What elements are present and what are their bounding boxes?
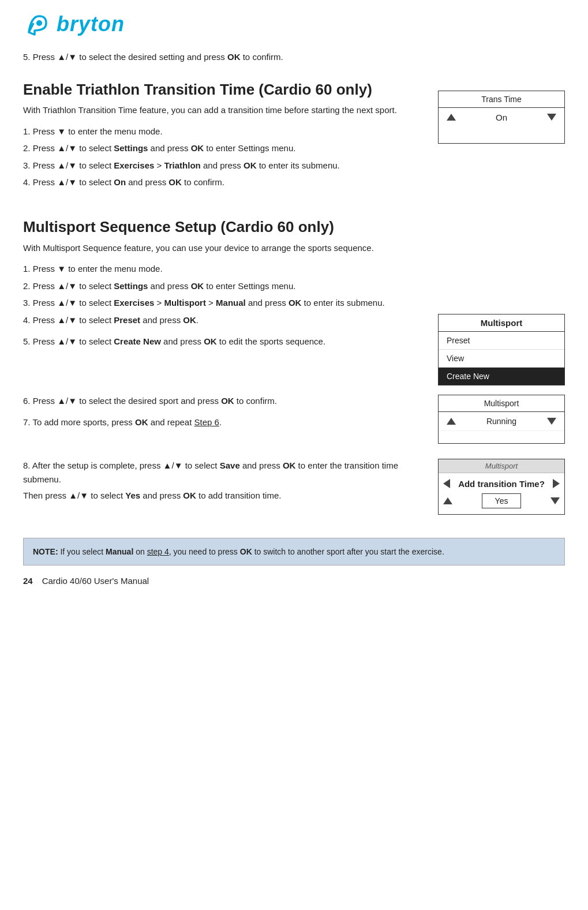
section2-step3: 3. Press ▲/▼ to select Exercises > Multi… (23, 297, 565, 310)
transition-yes-row: Yes (439, 491, 564, 514)
trans-time-arrow-up-icon (447, 114, 456, 121)
running-arrow-down-icon (547, 418, 556, 425)
step1-text: 1. Press ▼ to enter the menu mode. (23, 125, 428, 138)
multisport-menu-box: Multisport Preset View Create New (438, 314, 565, 385)
s2-step6-text: 6. Press ▲/▼ to select the desired sport… (23, 395, 428, 408)
section1: Enable Triathlon Transition Time (Cardio… (23, 80, 565, 193)
transition-arrow-left-icon (443, 479, 450, 488)
running-arrow-up-icon (447, 418, 456, 425)
section2-step6: 6. Press ▲/▼ to select the desired sport… (23, 395, 428, 408)
step4-text: 4. Press ▲/▼ to select On and press OK t… (23, 176, 565, 189)
svg-point-1 (36, 20, 42, 26)
running-box-row: Running (439, 412, 564, 430)
transition-box-header: Multisport (439, 459, 564, 473)
device-box-trans-time: Trans Time On (438, 91, 565, 144)
transition-box-main: Add transition Time? (439, 473, 564, 491)
transition-yes-arrow-down-icon (550, 497, 560, 504)
page: bryton 5. Press ▲/▼ to select the desire… (0, 0, 588, 910)
s2-step4-text: 4. Press ▲/▼ to select Preset and press … (23, 314, 428, 327)
multisport-menu-create-new: Create New (439, 368, 564, 385)
transition-yes-label: Yes (482, 493, 522, 508)
transition-question: Add transition Time? (450, 479, 553, 489)
bryton-logo-icon (23, 10, 51, 38)
section1-step2: 2. Press ▲/▼ to select Settings and pres… (23, 142, 428, 155)
device-box-empty-row (439, 127, 564, 143)
transition-yes-arrow-up-icon (443, 497, 452, 504)
intro-ok: OK (227, 52, 241, 62)
section2-desc: With Multisport Sequence feature, you ca… (23, 242, 565, 255)
intro-step: 5. Press ▲/▼ to select the desired setti… (23, 51, 565, 64)
section2-step1: 1. Press ▼ to enter the menu mode. (23, 263, 565, 276)
step-8-area: Multisport Add transition Time? Yes (23, 459, 565, 520)
s2-step5-text: 5. Press ▲/▼ to select Create New and pr… (23, 335, 428, 349)
multisport-menu-screen: Multisport Preset View Create New (438, 314, 565, 385)
section2-step4: 4. Press ▲/▼ to select Preset and press … (23, 314, 428, 327)
multisport-menu-header: Multisport (439, 314, 564, 332)
device-box-trans-time-header: Trans Time (439, 91, 564, 108)
transition-box: Multisport Add transition Time? Yes (438, 459, 565, 515)
note-box: NOTE: If you select Manual on step 4, yo… (23, 538, 565, 566)
section2-steps: 1. Press ▼ to enter the menu mode. 2. Pr… (23, 263, 565, 520)
section2: Multisport Sequence Setup (Cardio 60 onl… (23, 218, 565, 524)
steps-6-7-area: Multisport Running 6. Press ▲/▼ to selec… (23, 395, 565, 450)
section2-step5: 5. Press ▲/▼ to select Create New and pr… (23, 335, 428, 349)
note-text: If you select Manual on step 4, you need… (60, 547, 444, 556)
section1-step1: 1. Press ▼ to enter the menu mode. (23, 125, 428, 138)
section2-step2: 2. Press ▲/▼ to select Settings and pres… (23, 280, 565, 293)
steps-4-5-area: Multisport Preset View Create New 4. Pre… (23, 314, 565, 391)
running-screen: Multisport Running (438, 395, 565, 444)
section1-step4: 4. Press ▲/▼ to select On and press OK t… (23, 176, 565, 189)
trans-time-screen: Trans Time On (438, 91, 565, 144)
add-transition-screen: Multisport Add transition Time? Yes (438, 459, 565, 515)
running-value: Running (486, 417, 516, 426)
trans-time-value: On (496, 113, 507, 122)
s2-step8-line1: 8. After the setup is complete, press ▲/… (23, 459, 428, 486)
step3-text: 3. Press ▲/▼ to select Exercises > Triat… (23, 159, 565, 173)
footer-page-num: 24 (23, 576, 33, 586)
step2-text: 2. Press ▲/▼ to select Settings and pres… (23, 142, 428, 155)
intro-step-text: 5. Press ▲/▼ to select the desired setti… (23, 52, 283, 62)
logo-area: bryton (23, 10, 565, 38)
section1-step3: 3. Press ▲/▼ to select Exercises > Triat… (23, 159, 565, 173)
section2-step7: 7. To add more sports, press OK and repe… (23, 416, 428, 429)
s2-step2-text: 2. Press ▲/▼ to select Settings and pres… (23, 280, 565, 293)
running-box: Multisport Running (438, 395, 565, 444)
section2-heading: Multisport Sequence Setup (Cardio 60 onl… (23, 218, 565, 237)
footer-title: Cardio 40/60 User's Manual (42, 576, 149, 586)
section2-step8: 8. After the setup is complete, press ▲/… (23, 459, 428, 503)
s2-step1-text: 1. Press ▼ to enter the menu mode. (23, 263, 565, 276)
multisport-menu-view: View (439, 350, 564, 368)
s2-step7-text: 7. To add more sports, press OK and repe… (23, 416, 428, 429)
running-box-header: Multisport (439, 395, 564, 412)
s2-step3-text: 3. Press ▲/▼ to select Exercises > Multi… (23, 297, 565, 310)
transition-arrow-right-icon (553, 479, 560, 488)
running-box-footer (439, 430, 564, 443)
multisport-menu-preset: Preset (439, 332, 564, 350)
footer: 24 Cardio 40/60 User's Manual (23, 576, 565, 586)
trans-time-arrow-down-icon (547, 114, 556, 121)
device-box-trans-time-row: On (439, 108, 564, 127)
brand-name: bryton (57, 12, 125, 36)
note-label: NOTE: (33, 547, 58, 556)
s2-step8-line2: Then press ▲/▼ to select Yes and press O… (23, 489, 281, 503)
